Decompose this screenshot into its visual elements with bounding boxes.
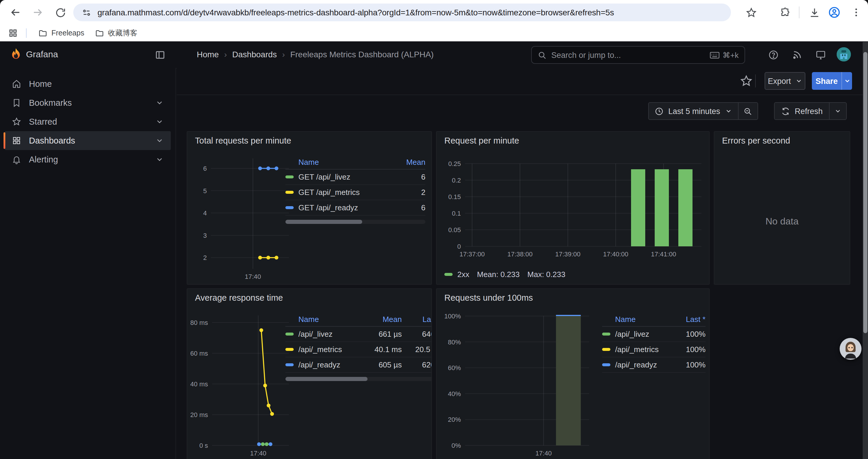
bookmark-folder-freeleaps[interactable]: Freeleaps <box>34 27 89 39</box>
bookmark-folder-blogs[interactable]: 收藏博客 <box>90 26 142 40</box>
url-text[interactable]: grafana.mathmast.com/d/deytv4rwavabkb/fr… <box>97 8 614 17</box>
back-button[interactable] <box>8 5 23 20</box>
svg-text:0.25: 0.25 <box>448 160 461 167</box>
url-bar[interactable]: grafana.mathmast.com/d/deytv4rwavabkb/fr… <box>73 4 731 21</box>
profile-button[interactable] <box>827 5 841 20</box>
legend-row[interactable]: /api/_readyz100% <box>602 357 706 373</box>
export-button[interactable]: Export <box>765 72 805 90</box>
breadcrumb-home[interactable]: Home <box>197 50 219 59</box>
user-avatar-button[interactable] <box>837 47 851 61</box>
panel-title[interactable]: Requests under 100ms <box>444 293 533 302</box>
chevron-down-icon[interactable] <box>155 99 164 107</box>
assistant-avatar-button[interactable] <box>840 338 862 360</box>
bell-icon <box>12 155 21 164</box>
legend-column-header[interactable]: Mean <box>402 158 426 167</box>
news-button[interactable] <box>792 50 804 61</box>
legend-column-header[interactable]: Las <box>402 315 432 324</box>
legend-scrollbar[interactable] <box>285 220 426 224</box>
series-color-dash <box>285 175 294 178</box>
legend-row[interactable]: /api/_metrics40.1 ms20.5 r <box>285 342 432 357</box>
panel-title[interactable]: Total requests per minute <box>195 136 291 145</box>
panel-total-requests: Total requests per minute 2345617:40 Nam… <box>187 131 432 285</box>
series-name[interactable]: /api/_readyz <box>299 360 365 369</box>
series-name[interactable]: GET /api/_metrics <box>299 188 402 197</box>
series-name[interactable]: GET /api/_readyz <box>299 203 402 212</box>
legend-scrollbar[interactable] <box>285 377 432 381</box>
breadcrumb-dashboards[interactable]: Dashboards <box>232 50 277 59</box>
profile-icon <box>828 6 841 19</box>
sidebar-item-home[interactable]: Home <box>5 74 171 93</box>
chevron-down-icon[interactable] <box>155 136 164 145</box>
series-color-dash <box>602 363 610 366</box>
legend-column-header[interactable]: Last * <box>673 315 706 324</box>
legend-row[interactable]: GET /api/_metrics2 <box>285 185 426 200</box>
bar-chart[interactable]: 00.050.10.150.20.2517:37:0017:38:0017:39… <box>437 132 709 284</box>
favorite-dashboard-button[interactable] <box>740 74 753 88</box>
legend-table[interactable]: NameMeanLas/api/_livez661 µs646/api/_met… <box>285 313 432 381</box>
share-button-group: Share <box>812 72 852 90</box>
series-name[interactable]: /api/_livez <box>299 330 365 338</box>
legend-column-header[interactable]: Name <box>602 315 673 324</box>
dashboard-actions-bar: Export Share <box>177 68 868 95</box>
legend-column-header[interactable]: Name <box>285 315 365 324</box>
legend-column-header[interactable]: Mean <box>365 315 402 324</box>
sidebar-item-starred[interactable]: Starred <box>5 112 171 131</box>
extensions-button[interactable] <box>778 5 793 20</box>
legend-table[interactable]: NameLast */api/_livez100%/api/_metrics10… <box>602 313 706 373</box>
sidebar-item-dashboards[interactable]: Dashboards <box>5 131 171 150</box>
share-menu-button[interactable] <box>841 72 852 90</box>
sidebar-item-alerting[interactable]: Alerting <box>5 150 171 169</box>
panel-title[interactable]: Average response time <box>195 293 283 302</box>
keyboard-icon <box>710 51 720 59</box>
forward-button[interactable] <box>31 5 45 20</box>
panel-left-icon <box>155 50 165 60</box>
legend-row[interactable]: GET /api/_readyz6 <box>285 200 426 216</box>
time-range-button[interactable]: Last 5 minutes <box>649 103 738 119</box>
chevron-down-icon[interactable] <box>155 118 164 126</box>
series-name[interactable]: /api/_livez <box>615 330 673 338</box>
page-scrollbar[interactable] <box>863 42 868 459</box>
legend-row[interactable]: GET /api/_livez6 <box>285 169 426 185</box>
share-button[interactable]: Share <box>812 72 841 90</box>
apps-grid-button[interactable] <box>7 27 19 39</box>
kiosk-mode-button[interactable] <box>815 50 827 61</box>
legend-row[interactable]: /api/_readyz605 µs620 <box>285 357 432 373</box>
legend-row[interactable]: /api/_livez661 µs646 <box>285 327 432 342</box>
svg-text:2: 2 <box>203 254 207 261</box>
help-button[interactable] <box>768 50 780 61</box>
sidebar-item-bookmarks[interactable]: Bookmarks <box>5 93 171 112</box>
chevron-down-icon[interactable] <box>155 155 164 164</box>
legend-row[interactable]: /api/_livez100% <box>602 327 706 342</box>
series-name[interactable]: /api/_metrics <box>615 345 673 354</box>
legend-table[interactable]: NameMeanGET /api/_livez6GET /api/_metric… <box>285 155 426 224</box>
legend-column-header[interactable]: Name <box>285 158 402 167</box>
site-settings-icon[interactable] <box>82 7 92 18</box>
svg-text:17:40:00: 17:40:00 <box>603 251 628 258</box>
panel-errors-per-second: Errors per second No data <box>714 131 850 285</box>
series-name[interactable]: GET /api/_livez <box>299 172 402 182</box>
sidebar-toggle-button[interactable] <box>155 50 165 60</box>
refresh-interval-button[interactable] <box>829 103 846 119</box>
grafana-logo[interactable] <box>9 47 23 61</box>
download-icon <box>809 7 820 18</box>
chevron-down-icon <box>725 107 732 114</box>
browser-menu-button[interactable] <box>849 5 863 20</box>
series-value: 100% <box>673 345 706 354</box>
search-input[interactable]: Search or jump to... ⌘+k <box>531 46 745 64</box>
panel-title[interactable]: Request per minute <box>444 136 519 145</box>
series-name[interactable]: 2xx <box>457 270 469 279</box>
panel-title[interactable]: Errors per second <box>722 136 790 145</box>
scrollbar-thumb[interactable] <box>863 52 867 333</box>
legend-inline[interactable]: 2xx Mean: 0.233 Max: 0.233 <box>444 270 565 279</box>
series-name[interactable]: /api/_metrics <box>299 345 365 354</box>
bookmark-star-button[interactable] <box>744 5 758 20</box>
chevron-down-icon <box>835 107 842 114</box>
zoom-out-button[interactable] <box>738 103 757 119</box>
series-name[interactable]: /api/_readyz <box>615 360 673 369</box>
reload-button[interactable] <box>53 5 67 20</box>
breadcrumb-separator: › <box>224 50 227 59</box>
series-color-dash <box>285 348 294 351</box>
downloads-button[interactable] <box>807 5 821 20</box>
refresh-button[interactable]: Refresh <box>775 103 829 119</box>
legend-row[interactable]: /api/_metrics100% <box>602 342 706 357</box>
